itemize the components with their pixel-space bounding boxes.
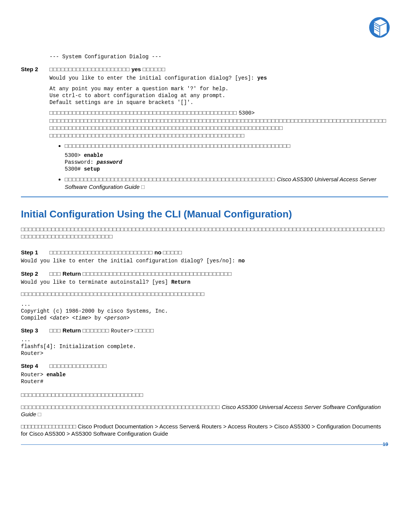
step-text: □□□ Return □□□□□□□ Router> □□□□□ <box>49 327 154 334</box>
page-number: 19 <box>383 441 388 448</box>
bullet-item: □□□□□□□□□□□□□□□□□□□□□□□□□□□□□□□□□□□□□□□□… <box>65 142 388 173</box>
step-2a: Step 2 □□□□□□□□□□□□□□□□□□□□□ yes □□□□□□ <box>21 66 388 73</box>
section-lead: □□□□□□□□□□□□□□□□□□□□□□□□□□□□□□□□□□□□□□□□… <box>21 225 388 240</box>
step-3: Step 3 □□□ Return □□□□□□□ Router> □□□□□ <box>21 327 388 334</box>
paragraph: □□□□□□□□□□□□□□□□□□□□□□□□□□□□□□□□ <box>21 391 388 399</box>
terminal-output: Would you like to enter the initial conf… <box>49 75 388 106</box>
step-label: Step 2 <box>21 66 49 73</box>
paragraph: □□□□□□□□□□□□□□□□ Cisco Product Documenta… <box>21 423 388 438</box>
terminal-output: Would you like to terminate autoinstall?… <box>21 279 388 286</box>
paragraph: □□□□□□□□□□□□□□□□□□□□□□□□□□□□□□□□□□□□□□□□… <box>21 403 388 418</box>
step-text: □□□□□□□□□□□□□□□□□□□□□□□□□□□ no □□□□□ <box>49 249 182 256</box>
bullet-item: □□□□□□□□□□□□□□□□□□□□□□□□□□□□□□□□□□□□□□□□… <box>65 176 388 190</box>
step-2b: Step 2 □□□ Return □□□□□□□□□□□□□□□□□□□□□□… <box>21 270 388 278</box>
system-dialog-line: --- System Configuration Dialog --- <box>49 53 388 60</box>
terminal-output: Router> enable Router# <box>21 371 388 385</box>
step-text: □□□□□□□□□□□□□□□□□□□□□ yes □□□□□□ <box>49 66 166 73</box>
paragraph: □□□□□□□□□□□□□□□□□□□□□□□□□□□□□□□□□□□□□□□□… <box>49 109 388 139</box>
document-page: --- System Configuration Dialog --- Step… <box>0 0 411 466</box>
step-label: Step 2 <box>21 270 49 278</box>
paragraph: □□□□□□□□□□□□□□□□□□□□□□□□□□□□□□□□□□□□□□□□… <box>21 290 388 298</box>
step-4: Step 4 □□□□□□□□□□□□□□□ <box>21 362 388 370</box>
terminal-output: Would you like to enter the initial conf… <box>21 257 388 264</box>
step-1: Step 1 □□□□□□□□□□□□□□□□□□□□□□□□□□□ no □□… <box>21 249 388 256</box>
section-divider <box>21 444 388 445</box>
terminal-output: ... flashfs[4]: Initialization complete.… <box>21 336 388 357</box>
step-label: Step 1 <box>21 249 49 256</box>
step-text: □□□□□□□□□□□□□□□ <box>49 362 107 370</box>
book-icon <box>369 15 390 42</box>
step-text: □□□ Return □□□□□□□□□□□□□□□□□□□□□□□□□□□□□… <box>49 270 232 278</box>
terminal-output: ... Copyright (c) 1986-2000 by cisco Sys… <box>21 301 388 322</box>
step-label: Step 3 <box>21 327 49 334</box>
bullet-list: □□□□□□□□□□□□□□□□□□□□□□□□□□□□□□□□□□□□□□□□… <box>65 142 388 190</box>
step-label: Step 4 <box>21 362 49 370</box>
section-title: Initial Configuration Using the CLI (Man… <box>21 208 388 221</box>
section-divider <box>21 197 388 197</box>
